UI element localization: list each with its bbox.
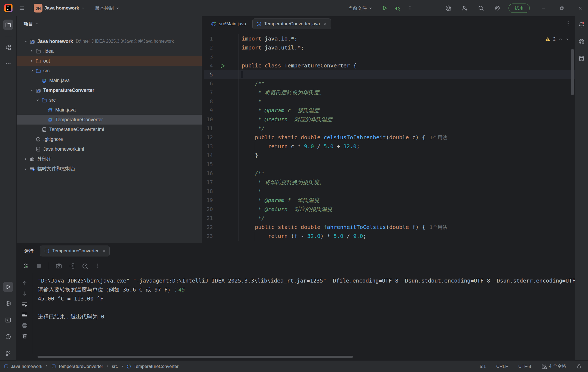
code-line-15[interactable]: 15 — [204, 160, 575, 169]
down-stack-trace-icon[interactable] — [22, 291, 28, 297]
code-line-10[interactable]: 10 * @return 对应的华氏温度 — [204, 115, 575, 124]
tree-item-java-homework[interactable]: Java homeworkD:\IntelliJ IDEA 2025.3.3\J… — [17, 36, 202, 46]
tool-project-button[interactable] — [3, 20, 13, 30]
tree-item--idea[interactable]: .idea — [17, 46, 202, 56]
console-more-icon[interactable] — [95, 263, 101, 269]
window-minimize-button[interactable] — [538, 3, 549, 14]
code-line-5[interactable]: 5 — [204, 70, 575, 79]
tool-git-button[interactable] — [3, 348, 13, 358]
tree-item-main-java[interactable]: CMain.java — [17, 76, 202, 85]
next-warning-icon[interactable] — [565, 37, 569, 41]
code-line-7[interactable]: 7 * 将摄氏度转换为华氏度。 — [204, 88, 575, 97]
code-editor[interactable]: 1import java.io.*;2import java.util.*;34… — [204, 32, 575, 243]
prev-warning-icon[interactable] — [559, 37, 562, 41]
chevron-down-icon[interactable] — [29, 69, 35, 73]
run-tab-close-icon[interactable] — [102, 249, 106, 253]
code-line-4[interactable]: 4public class TemperatureConverter { — [204, 61, 575, 70]
tool-terminal-button[interactable] — [3, 315, 13, 325]
ai-assistant-icon[interactable] — [445, 5, 451, 11]
chevron-right-icon[interactable] — [29, 49, 35, 53]
project-panel-header[interactable]: 项目 — [17, 16, 202, 32]
tree-item-外部库[interactable]: 外部库 — [17, 154, 202, 164]
clear-console-icon[interactable] — [22, 333, 28, 339]
chevron-right-icon[interactable] — [23, 167, 29, 171]
tree-item-src[interactable]: src — [17, 66, 202, 76]
run-button-icon[interactable] — [382, 5, 388, 11]
code-line-16[interactable]: 16 /** — [204, 169, 575, 178]
ai-assistant-tool-button[interactable] — [576, 36, 587, 47]
code-line-21[interactable]: 21 */ — [204, 214, 575, 223]
run-configuration-selector[interactable]: 当前文件 — [346, 4, 375, 13]
search-everywhere-icon[interactable] — [478, 5, 484, 11]
indent-widget[interactable]: 4 个空格 — [541, 363, 566, 369]
chevron-right-icon[interactable] — [23, 157, 29, 161]
more-actions-icon[interactable] — [407, 5, 413, 11]
editor-vertical-scrollbar[interactable] — [571, 49, 574, 95]
lock-open-icon[interactable] — [577, 364, 581, 369]
code-line-3[interactable]: 3 — [204, 52, 575, 61]
database-tool-button[interactable] — [576, 53, 587, 64]
tree-item-temperatureconverter[interactable]: CTemperatureConverter — [17, 115, 202, 125]
code-line-23[interactable]: 23 return (f - 32.0) * 5.0 / 9.0; — [204, 232, 575, 241]
rerun-icon[interactable] — [23, 263, 29, 269]
main-menu-icon[interactable] — [19, 5, 24, 11]
code-line-14[interactable]: 14 } — [204, 151, 575, 160]
tab-temperatureconverter-java[interactable]: C TemperatureConverter.java — [252, 18, 331, 29]
chevron-down-icon[interactable] — [23, 39, 29, 44]
line-separator-widget[interactable]: CRLF — [496, 364, 508, 369]
inspection-widget[interactable]: 2 — [545, 36, 569, 42]
tree-item-out[interactable]: out — [17, 56, 202, 66]
code-line-18[interactable]: 18 * — [204, 187, 575, 196]
breadcrumb-item[interactable]: TemperatureConverter — [51, 364, 103, 369]
tree-item-temperatureconverter[interactable]: TemperatureConverter — [17, 85, 202, 95]
tool-run-button[interactable] — [3, 282, 13, 292]
code-line-8[interactable]: 8 * — [204, 97, 575, 106]
caret-position-widget[interactable]: 5:1 — [480, 364, 486, 369]
debug-button-icon[interactable] — [395, 5, 401, 11]
code-line-12[interactable]: 12 public static double celsiusToFahrenh… — [204, 133, 575, 142]
code-line-13[interactable]: 13 return c * 9.0 / 5.0 + 32.0; — [204, 142, 575, 151]
tool-services-button[interactable] — [3, 298, 13, 309]
breadcrumb-item[interactable]: Java homework — [4, 364, 42, 369]
console-horizontal-scrollbar[interactable] — [38, 356, 353, 358]
stop-icon[interactable] — [36, 263, 42, 269]
window-close-button[interactable] — [575, 3, 586, 14]
scroll-to-end-icon[interactable] — [22, 312, 28, 318]
code-line-2[interactable]: 2import java.util.*; — [204, 43, 575, 52]
tree-item--gitignore[interactable]: .gitignore — [17, 134, 202, 144]
project-widget[interactable]: JH Java homework — [32, 2, 87, 14]
breadcrumb-item[interactable]: src — [112, 364, 118, 369]
import-icon[interactable] — [69, 263, 75, 269]
chevron-right-icon[interactable] — [29, 59, 35, 63]
tree-item-src[interactable]: src — [17, 95, 202, 105]
tree-item-main-java[interactable]: CMain.java — [17, 105, 202, 115]
tree-item-临时文件和控制台[interactable]: 临时文件和控制台 — [17, 164, 202, 173]
code-line-22[interactable]: 22 public static double fahrenheitToCels… — [204, 223, 575, 232]
chevron-down-icon[interactable] — [29, 88, 35, 92]
code-with-me-icon[interactable] — [462, 5, 468, 11]
soft-wrap-icon[interactable] — [22, 301, 28, 307]
notifications-button[interactable] — [576, 20, 587, 30]
tool-more-button[interactable] — [3, 58, 13, 69]
tree-item-java-homework-iml[interactable]: Java homework.iml — [17, 144, 202, 154]
tool-problems-button[interactable] — [3, 331, 13, 342]
vcs-widget[interactable]: 版本控制 — [93, 4, 122, 13]
encoding-widget[interactable]: UTF-8 — [518, 364, 531, 369]
tool-structure-button[interactable] — [3, 42, 13, 52]
code-line-1[interactable]: 1import java.io.*; — [204, 34, 575, 43]
chevron-down-icon[interactable] — [35, 98, 41, 102]
print-icon[interactable] — [22, 323, 28, 328]
trial-button[interactable]: 试用 — [509, 4, 530, 13]
code-line-11[interactable]: 11 */ — [204, 124, 575, 133]
code-line-19[interactable]: 19 * @param f 华氏温度 — [204, 196, 575, 205]
settings-icon[interactable] — [494, 5, 500, 11]
thread-dump-icon[interactable] — [56, 263, 62, 269]
breadcrumb-item[interactable]: CTemperatureConverter — [127, 364, 179, 369]
code-line-9[interactable]: 9 * @param c 摄氏温度 — [204, 106, 575, 115]
code-line-20[interactable]: 20 * @return 对应的摄氏温度 — [204, 205, 575, 214]
up-stack-trace-icon[interactable] — [22, 280, 28, 286]
tab-main-java[interactable]: C src\Main.java — [207, 18, 250, 29]
code-line-17[interactable]: 17 * 将华氏度转换为摄氏度。 — [204, 178, 575, 187]
code-line-6[interactable]: 6 /** — [204, 79, 575, 88]
tree-item-temperatureconverter-iml[interactable]: TemperatureConverter.iml — [17, 125, 202, 134]
